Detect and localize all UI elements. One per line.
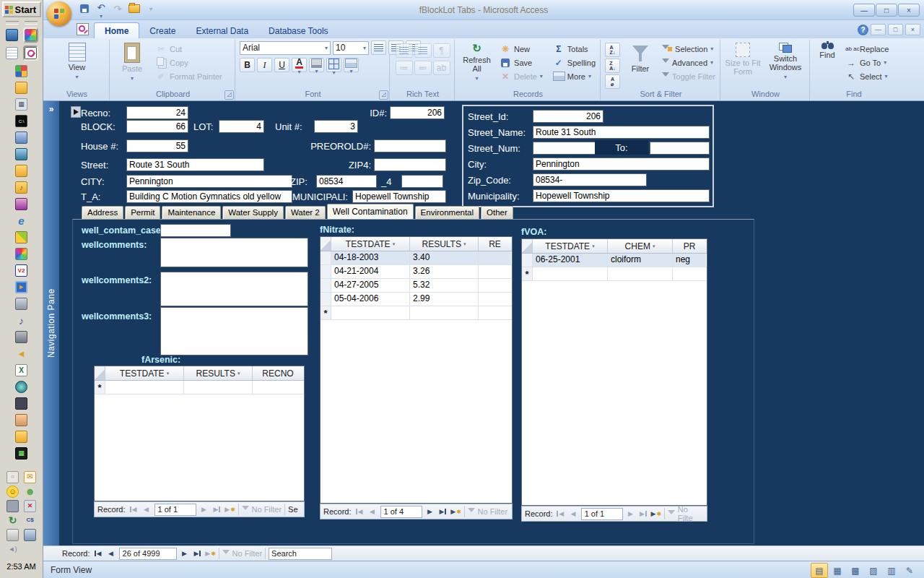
record-position[interactable]: 1 of 1 [581,508,623,520]
unit-field[interactable]: 3 [314,120,358,133]
table-row[interactable]: 04-27-20055.32 [321,279,512,293]
select-button[interactable]: ↖Select▾ [844,70,890,82]
previous-record-button[interactable]: ◀ [106,548,116,558]
arsenic-results-header[interactable]: RESULTS▾ [184,366,253,380]
pivottable-view-button[interactable]: ▩ [847,563,864,578]
advanced-filter-button[interactable]: Advanced▾ [661,56,717,69]
voa-testdate-header[interactable]: TESTDATE▾ [533,239,608,253]
tab-water-supply[interactable]: Water Supply [222,206,284,219]
street-num-field[interactable] [533,142,598,155]
sort-descending-button[interactable]: Z A↓ [605,59,620,73]
highlight-button[interactable]: ab [433,61,450,75]
command-prompt-icon[interactable] [15,115,27,127]
tray-expand-icon[interactable] [6,471,19,483]
wellcomments-field[interactable] [160,238,308,267]
ribbon-tab-database-tools[interactable]: Database Tools [258,23,339,38]
search-label[interactable]: Se [288,505,297,514]
wellcomments2-field[interactable] [160,272,308,306]
smiley-icon[interactable] [6,486,19,498]
last-record-button[interactable]: ▶ [438,506,448,517]
child-minimize-button[interactable]: — [871,24,886,35]
zip4-field[interactable] [374,158,446,171]
arsenic-recno-header[interactable]: RECNO [253,366,303,380]
clear-sort-button[interactable]: A ⌀ [605,74,620,89]
graphics-app-icon[interactable] [15,248,27,260]
network-globe-icon[interactable] [24,529,36,541]
bold-button[interactable]: B [240,58,255,72]
volume-icon[interactable] [6,543,19,556]
lot-field[interactable]: 4 [219,120,264,133]
child-close-button[interactable]: × [905,24,920,35]
v2-app-icon[interactable] [15,264,27,277]
first-record-button[interactable]: ◀ [93,548,103,558]
refresh-all-button[interactable]: ↻ Refresh All▾ [459,40,494,83]
form-system-icon[interactable] [77,23,89,35]
row-selector[interactable] [321,293,331,306]
record-position[interactable]: 1 of 1 [154,504,196,516]
cut-button[interactable]: Cut [154,43,224,55]
new-record-ribbon-button[interactable]: New [498,43,544,55]
spelling-button[interactable]: ✓Spelling [552,56,597,69]
next-record-button[interactable]: ▶ [425,506,435,517]
taskbar-clock[interactable]: 2:53 AM [6,562,35,571]
media-folder-icon[interactable] [15,181,27,194]
row-selector[interactable] [522,254,533,267]
align-left-button[interactable] [371,40,386,55]
datasheet-view-button[interactable]: ▦ [829,563,846,578]
size-to-fit-form-button[interactable]: Size to Fit Form [725,40,761,76]
tab-water-2[interactable]: Water 2 [285,206,326,219]
office-button[interactable] [47,1,71,26]
handshake-icon[interactable] [15,414,27,426]
new-record-row[interactable]: * [95,381,304,394]
help-icon[interactable]: ? [858,25,868,35]
font-color-button[interactable]: A▾ [292,58,307,72]
previous-record-button[interactable]: ◀ [568,509,578,519]
messenger-icon[interactable] [24,486,36,498]
last-record-button[interactable]: ▶ [212,504,222,514]
table-row[interactable]: 06-25-2001cloiformneg [522,254,707,267]
clipboard-dialog-launcher-icon[interactable]: ◿ [225,90,234,100]
panel-city-field[interactable]: Pennington [533,158,710,171]
view-button[interactable]: View▾ [59,40,95,82]
black-calculator-icon[interactable] [15,447,27,460]
child-restore-button[interactable]: □ [888,24,903,35]
first-record-button[interactable]: ◀ [556,509,566,519]
recno-field[interactable]: 24 [126,106,188,119]
navigation-pane-collapsed[interactable]: » Navigation Pane [43,101,59,545]
tab-other[interactable]: Other [481,206,513,219]
pivotchart-view-button[interactable]: ▨ [865,563,882,578]
excel-doc-icon[interactable] [15,364,27,376]
toggle-filter-button[interactable]: Toggle Filter [661,70,717,82]
ribbon-tab-home[interactable]: Home [94,22,139,38]
more-button[interactable]: More▾ [552,70,597,82]
tab-environmental[interactable]: Environmental [415,206,480,219]
id-field[interactable]: 206 [390,106,445,119]
voa-chem-header[interactable]: CHEM▾ [608,239,673,253]
new-record-button[interactable]: ▶ [225,504,235,514]
announcement-icon[interactable] [15,348,27,360]
no-filter-indicator[interactable]: No Filter [222,549,263,558]
windows-update-icon[interactable] [15,65,27,77]
increase-indent-button[interactable] [414,43,432,58]
goto-button[interactable]: →Go To▾ [844,56,890,69]
row-selector[interactable] [321,251,331,264]
municipality-field[interactable]: Hopewell Township [533,189,710,202]
row-selector[interactable] [321,279,331,292]
show-desktop-icon[interactable] [6,29,18,41]
nitrate-testdate-header[interactable]: TESTDATE▾ [331,237,410,251]
preorold-field[interactable] [374,139,446,152]
new-record-row[interactable]: * [321,306,512,320]
row-selector[interactable] [321,265,331,278]
globe-icon[interactable] [15,381,27,393]
switch-windows-button[interactable]: Switch Windows▾ [764,40,806,82]
folder2-icon[interactable] [15,431,27,443]
street-num-to-field[interactable] [650,142,710,155]
search-input[interactable]: Search [269,548,332,560]
save-record-button[interactable]: Save [498,56,544,69]
font-name-combo[interactable]: Arial▾ [240,41,331,55]
no-filter-indicator[interactable]: No Filter [242,505,282,514]
delete-button[interactable]: ✕Delete▾ [498,70,544,82]
font-dialog-launcher-icon[interactable]: ◿ [379,90,388,100]
street-field[interactable]: Route 31 South [126,158,264,171]
alternate-fill-button[interactable]: ▾ [344,58,359,72]
